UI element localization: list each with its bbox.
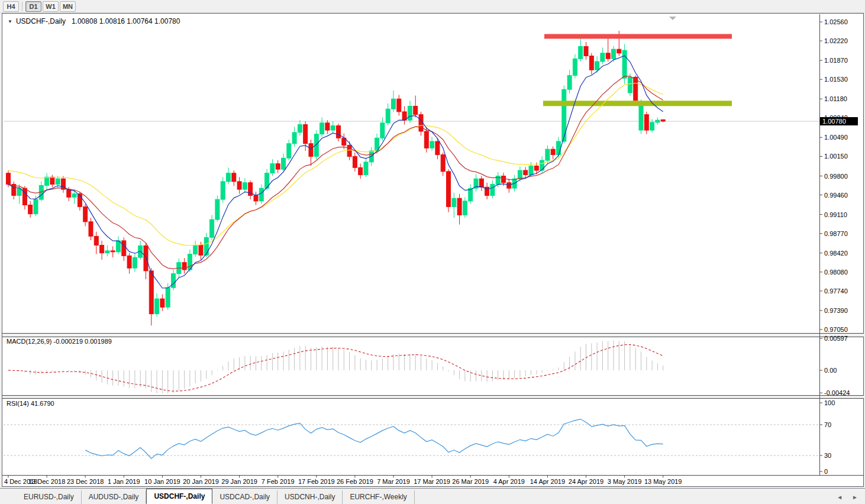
svg-text:-0.00424: -0.00424 bbox=[824, 389, 850, 396]
price-axis[interactable]: 1.025601.022201.018701.015301.011801.008… bbox=[820, 18, 858, 333]
tab-scroll-right-icon[interactable]: ► bbox=[852, 494, 858, 500]
support-line[interactable] bbox=[543, 101, 732, 106]
svg-text:10 Jan 2019: 10 Jan 2019 bbox=[144, 478, 180, 485]
svg-text:23 Dec 2018: 23 Dec 2018 bbox=[67, 478, 104, 485]
svg-text:70: 70 bbox=[824, 421, 831, 428]
svg-text:1.01870: 1.01870 bbox=[824, 57, 848, 64]
svg-text:20 Jan 2019: 20 Jan 2019 bbox=[183, 478, 219, 485]
svg-text:29 Jan 2019: 29 Jan 2019 bbox=[221, 478, 257, 485]
svg-text:1.00780: 1.00780 bbox=[822, 118, 846, 125]
timeframe-toolbar: H4 D1 W1 MN bbox=[0, 0, 865, 13]
rsi-indicator: 10070300 bbox=[4, 399, 835, 475]
tab-eurusd-daily[interactable]: EURUSD-,Daily bbox=[17, 490, 82, 504]
timeframe-button-w1[interactable]: W1 bbox=[43, 1, 59, 12]
svg-text:30: 30 bbox=[824, 452, 831, 459]
svg-text:1.02560: 1.02560 bbox=[824, 18, 848, 25]
svg-text:14 Apr 2019: 14 Apr 2019 bbox=[530, 478, 565, 485]
svg-text:0.97390: 0.97390 bbox=[824, 307, 848, 314]
svg-text:7 Mar 2019: 7 Mar 2019 bbox=[377, 478, 410, 485]
rsi-label: RSI(14) 41.6790 bbox=[7, 400, 54, 407]
svg-text:0.98420: 0.98420 bbox=[824, 250, 848, 257]
symbol-dropdown-icon[interactable]: ▼ bbox=[8, 19, 12, 24]
timeframe-button-mn[interactable]: MN bbox=[60, 1, 76, 12]
svg-text:3 May 2019: 3 May 2019 bbox=[608, 478, 641, 485]
svg-text:0.99460: 0.99460 bbox=[824, 192, 848, 199]
tab-eurchf-weekly[interactable]: EURCHF-,Weekly bbox=[343, 490, 414, 504]
symbol-label: USDCHF-,Daily bbox=[16, 17, 66, 25]
chart-tab-bar: EURUSD-,Daily AUDUSD-,Daily USDCHF-,Dail… bbox=[0, 488, 865, 504]
svg-text:13 Dec 2018: 13 Dec 2018 bbox=[28, 478, 65, 485]
tab-scroll-arrows: ◄ ► bbox=[837, 494, 858, 504]
svg-text:0.00: 0.00 bbox=[824, 367, 837, 374]
svg-text:0.00597: 0.00597 bbox=[824, 335, 848, 342]
rsi-line bbox=[85, 419, 663, 459]
tab-usdchf-daily[interactable]: USDCHF-,Daily bbox=[146, 489, 212, 504]
macd-signal-line bbox=[8, 345, 663, 392]
svg-text:13 May 2019: 13 May 2019 bbox=[644, 478, 682, 485]
svg-text:0.99110: 0.99110 bbox=[824, 211, 847, 218]
svg-text:26 Feb 2019: 26 Feb 2019 bbox=[337, 478, 373, 485]
tab-usdcnh-daily[interactable]: USDCNH-,Daily bbox=[277, 490, 343, 504]
ohlc-values: 1.00808 1.00816 1.00764 1.00780 bbox=[72, 17, 180, 25]
chart-title: ▼ USDCHF-,Daily 1.00808 1.00816 1.00764 … bbox=[8, 17, 180, 25]
tab-audusd-daily[interactable]: AUDUSD-,Daily bbox=[82, 490, 147, 504]
svg-text:0.99800: 0.99800 bbox=[824, 173, 848, 180]
pane-frame bbox=[2, 14, 864, 476]
chart-shift-marker-icon bbox=[669, 17, 676, 20]
resistance-line[interactable] bbox=[544, 34, 732, 39]
svg-text:17 Mar 2019: 17 Mar 2019 bbox=[414, 478, 450, 485]
svg-text:0: 0 bbox=[824, 468, 828, 475]
toolbar-separator bbox=[22, 2, 22, 11]
tab-usdcad-daily[interactable]: USDCAD-,Daily bbox=[212, 490, 277, 504]
svg-text:0.97740: 0.97740 bbox=[824, 287, 848, 295]
svg-text:1.01180: 1.01180 bbox=[824, 95, 847, 102]
svg-text:24 Apr 2019: 24 Apr 2019 bbox=[569, 478, 603, 485]
svg-text:1 Jan 2019: 1 Jan 2019 bbox=[108, 478, 140, 485]
svg-text:0.98080: 0.98080 bbox=[824, 269, 848, 276]
svg-text:1.00490: 1.00490 bbox=[824, 134, 848, 141]
svg-text:100: 100 bbox=[824, 399, 835, 406]
tab-scroll-left-icon[interactable]: ◄ bbox=[837, 494, 843, 500]
timeframe-button-d1[interactable]: D1 bbox=[25, 1, 41, 12]
svg-text:4 Apr 2019: 4 Apr 2019 bbox=[493, 478, 525, 485]
svg-text:0.98770: 0.98770 bbox=[824, 230, 848, 237]
svg-text:1.02220: 1.02220 bbox=[824, 37, 848, 44]
macd-label: MACD(12,26,9) -0.000219 0.001989 bbox=[7, 338, 112, 345]
macd-indicator: 0.005970.00-0.00424 bbox=[8, 335, 850, 396]
svg-text:1.01530: 1.01530 bbox=[824, 76, 848, 83]
svg-text:0.97050: 0.97050 bbox=[824, 326, 848, 333]
timeframe-button-h4[interactable]: H4 bbox=[3, 1, 19, 12]
svg-text:1.00150: 1.00150 bbox=[824, 153, 848, 160]
date-axis[interactable]: 4 Dec 201813 Dec 201823 Dec 20181 Jan 20… bbox=[4, 476, 682, 486]
svg-text:7 Feb 2019: 7 Feb 2019 bbox=[262, 478, 295, 485]
candlestick-chart[interactable]: 1.025601.022201.018701.015301.011801.008… bbox=[2, 14, 864, 486]
candles bbox=[7, 31, 666, 325]
svg-text:17 Feb 2019: 17 Feb 2019 bbox=[298, 478, 335, 485]
svg-text:26 Mar 2019: 26 Mar 2019 bbox=[452, 478, 489, 485]
